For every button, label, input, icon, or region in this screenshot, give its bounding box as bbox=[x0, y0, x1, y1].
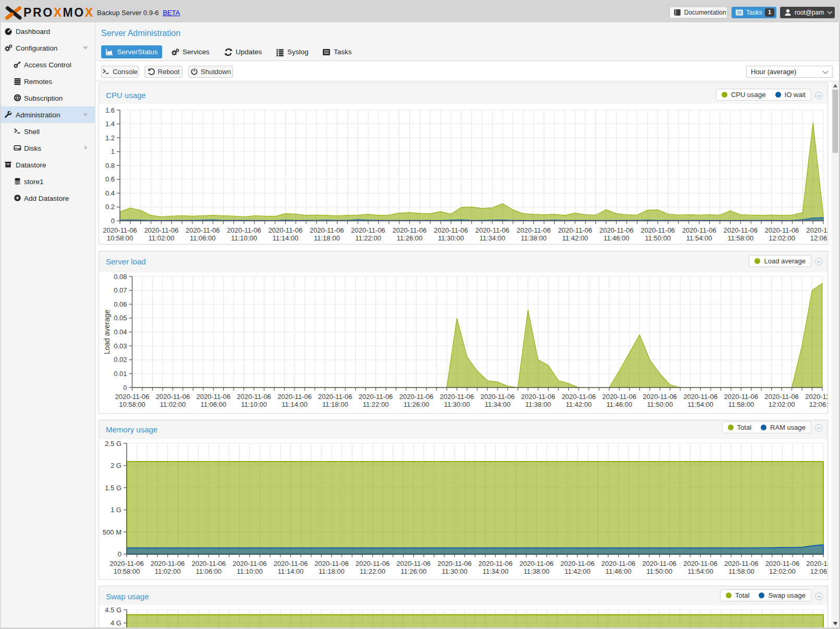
svg-text:2020-11-06: 2020-11-06 bbox=[277, 393, 312, 401]
svg-text:11:42:00: 11:42:00 bbox=[562, 234, 588, 242]
svg-text:0.08: 0.08 bbox=[114, 273, 127, 281]
svg-text:2020-11-06: 2020-11-06 bbox=[724, 226, 758, 234]
svg-text:0: 0 bbox=[123, 384, 127, 392]
svg-text:0.6: 0.6 bbox=[105, 175, 115, 183]
svg-text:2020-11-06: 2020-11-06 bbox=[269, 226, 303, 234]
svg-text:11:10:00: 11:10:00 bbox=[237, 567, 263, 575]
svg-text:2020-11-06: 2020-11-06 bbox=[103, 226, 137, 234]
svg-text:12:02:00: 12:02:00 bbox=[769, 234, 795, 242]
svg-text:2020-11-06: 2020-11-06 bbox=[115, 393, 150, 401]
svg-text:1.2: 1.2 bbox=[105, 134, 115, 142]
svg-text:11:34:00: 11:34:00 bbox=[482, 567, 508, 575]
svg-text:2020-11-06: 2020-11-06 bbox=[434, 226, 468, 234]
svg-text:2020-11-06: 2020-11-06 bbox=[643, 393, 677, 401]
svg-text:11:58:00: 11:58:00 bbox=[728, 567, 754, 575]
svg-text:2020-11-06: 2020-11-06 bbox=[641, 226, 675, 234]
svg-text:0.05: 0.05 bbox=[114, 314, 127, 322]
svg-text:11:14:00: 11:14:00 bbox=[278, 567, 304, 575]
svg-text:0: 0 bbox=[118, 550, 121, 558]
svg-text:2020-11-06: 2020-11-06 bbox=[765, 226, 799, 234]
svg-text:11:30:00: 11:30:00 bbox=[442, 567, 468, 575]
svg-text:11:46:00: 11:46:00 bbox=[606, 401, 632, 408]
svg-text:Load average: Load average bbox=[103, 309, 111, 354]
svg-text:1.6: 1.6 bbox=[105, 106, 115, 114]
svg-text:11:50:00: 11:50:00 bbox=[647, 567, 673, 575]
svg-text:11:30:00: 11:30:00 bbox=[438, 234, 464, 242]
svg-text:2020-11-06: 2020-11-06 bbox=[517, 226, 551, 234]
svg-text:2020-11-06: 2020-11-06 bbox=[682, 226, 716, 234]
svg-text:2020-11-06: 2020-11-06 bbox=[642, 560, 677, 567]
svg-text:11:34:00: 11:34:00 bbox=[484, 401, 510, 408]
svg-text:2020-11-06: 2020-11-06 bbox=[601, 560, 636, 567]
svg-text:2020-11-06: 2020-11-06 bbox=[351, 226, 385, 234]
svg-text:11:02:00: 11:02:00 bbox=[149, 234, 175, 242]
svg-text:2020-11-06: 2020-11-06 bbox=[109, 560, 144, 567]
svg-text:2020-11-06: 2020-11-06 bbox=[151, 560, 185, 567]
svg-text:11:26:00: 11:26:00 bbox=[400, 567, 427, 575]
svg-text:2020-11-06: 2020-11-06 bbox=[561, 560, 595, 567]
svg-text:0.8: 0.8 bbox=[105, 162, 115, 170]
svg-text:11:06:00: 11:06:00 bbox=[190, 234, 216, 242]
svg-text:10:58:00: 10:58:00 bbox=[114, 567, 140, 575]
svg-text:2020-11-06: 2020-11-06 bbox=[562, 393, 596, 401]
svg-text:11:46:00: 11:46:00 bbox=[605, 567, 631, 575]
svg-text:0.4: 0.4 bbox=[105, 189, 115, 197]
svg-text:2 G: 2 G bbox=[111, 462, 121, 469]
svg-text:11:22:00: 11:22:00 bbox=[363, 401, 389, 408]
svg-text:2020-11-06: 2020-11-06 bbox=[479, 560, 513, 567]
svg-text:11:50:00: 11:50:00 bbox=[647, 401, 673, 408]
svg-text:11:54:00: 11:54:00 bbox=[687, 567, 713, 575]
svg-text:11:38:00: 11:38:00 bbox=[524, 567, 550, 575]
svg-text:0.06: 0.06 bbox=[114, 300, 127, 308]
svg-text:11:02:00: 11:02:00 bbox=[155, 567, 181, 575]
svg-text:2020-11-06: 2020-11-06 bbox=[196, 393, 230, 401]
svg-text:11:30:00: 11:30:00 bbox=[444, 401, 470, 408]
svg-text:11:18:00: 11:18:00 bbox=[319, 567, 345, 575]
svg-text:2020-11-06: 2020-11-06 bbox=[440, 393, 474, 401]
svg-text:11:18:00: 11:18:00 bbox=[314, 234, 340, 242]
svg-text:500 M: 500 M bbox=[103, 528, 121, 536]
svg-text:2020-11-06: 2020-11-06 bbox=[684, 393, 718, 401]
svg-text:11:54:00: 11:54:00 bbox=[688, 401, 714, 408]
svg-text:2020-11-06: 2020-11-06 bbox=[806, 226, 827, 234]
svg-text:11:42:00: 11:42:00 bbox=[566, 401, 592, 408]
svg-text:2020-11-06: 2020-11-06 bbox=[602, 393, 637, 401]
svg-text:2020-11-06: 2020-11-06 bbox=[480, 393, 515, 401]
svg-text:2.5 G: 2.5 G bbox=[105, 440, 121, 447]
svg-text:0.03: 0.03 bbox=[114, 342, 127, 350]
svg-text:12:02:00: 12:02:00 bbox=[769, 401, 795, 408]
svg-text:2020-11-06: 2020-11-06 bbox=[191, 560, 226, 567]
svg-text:11:38:00: 11:38:00 bbox=[525, 401, 551, 408]
svg-text:11:22:00: 11:22:00 bbox=[355, 234, 381, 242]
svg-text:11:06:00: 11:06:00 bbox=[196, 567, 222, 575]
svg-text:0.2: 0.2 bbox=[105, 203, 115, 211]
svg-text:1: 1 bbox=[111, 148, 115, 155]
svg-text:2020-11-06: 2020-11-06 bbox=[764, 393, 799, 401]
svg-text:2020-11-06: 2020-11-06 bbox=[765, 560, 800, 567]
svg-text:10:58:00: 10:58:00 bbox=[107, 234, 133, 242]
svg-text:2020-11-06: 2020-11-06 bbox=[310, 226, 344, 234]
svg-text:0.04: 0.04 bbox=[114, 328, 127, 336]
svg-text:2020-11-06: 2020-11-06 bbox=[724, 393, 759, 401]
svg-text:2020-11-06: 2020-11-06 bbox=[558, 226, 592, 234]
svg-text:11:38:00: 11:38:00 bbox=[521, 234, 547, 242]
svg-text:4 G: 4 G bbox=[111, 619, 121, 627]
svg-text:1.4: 1.4 bbox=[105, 120, 115, 128]
svg-text:4.5 G: 4.5 G bbox=[105, 606, 121, 614]
svg-text:12:06:00: 12:06:00 bbox=[810, 234, 827, 242]
svg-text:2020-11-06: 2020-11-06 bbox=[683, 560, 717, 567]
svg-text:2020-11-06: 2020-11-06 bbox=[396, 560, 431, 567]
svg-text:2020-11-06: 2020-11-06 bbox=[314, 560, 349, 567]
svg-text:2020-11-06: 2020-11-06 bbox=[156, 393, 190, 401]
svg-text:11:14:00: 11:14:00 bbox=[282, 401, 308, 408]
svg-text:0.02: 0.02 bbox=[114, 356, 127, 364]
svg-text:2020-11-06: 2020-11-06 bbox=[227, 226, 261, 234]
svg-text:11:14:00: 11:14:00 bbox=[273, 234, 299, 242]
svg-text:2020-11-06: 2020-11-06 bbox=[521, 393, 555, 401]
svg-text:2020-11-06: 2020-11-06 bbox=[393, 226, 427, 234]
svg-text:11:54:00: 11:54:00 bbox=[686, 234, 712, 242]
svg-text:2020-11-06: 2020-11-06 bbox=[144, 226, 179, 234]
svg-text:11:02:00: 11:02:00 bbox=[160, 401, 186, 408]
svg-text:2020-11-06: 2020-11-06 bbox=[186, 226, 220, 234]
svg-text:12:06:00: 12:06:00 bbox=[810, 567, 827, 575]
